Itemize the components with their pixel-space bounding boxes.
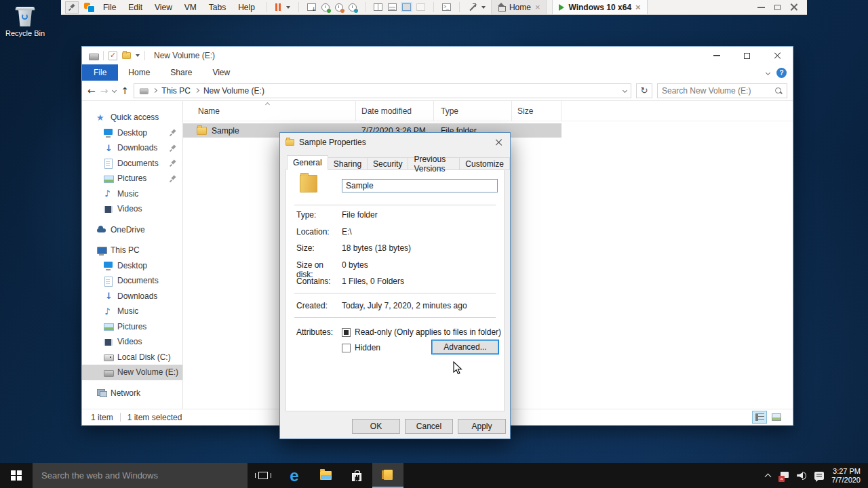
- explorer-search-input[interactable]: [662, 86, 774, 96]
- fit-guest-icon[interactable]: [468, 3, 476, 12]
- back-icon[interactable]: ←: [87, 86, 96, 96]
- tab-general[interactable]: General: [287, 155, 328, 170]
- sidebar-item-downloads[interactable]: Downloads: [82, 140, 182, 156]
- ribbon-tab-share[interactable]: Share: [160, 64, 202, 81]
- manage-snapshots-icon[interactable]: [349, 3, 357, 12]
- sidebar-item-pc-pictures[interactable]: Pictures: [82, 319, 182, 335]
- address-dropdown-icon[interactable]: [623, 88, 627, 93]
- menu-tabs[interactable]: Tabs: [205, 3, 229, 12]
- up-icon[interactable]: ↑: [121, 86, 129, 96]
- explorer-close-button[interactable]: [762, 47, 793, 64]
- vm-tab-windows10[interactable]: Windows 10 x64 ×: [552, 0, 647, 14]
- sidebar-item-pc-documents[interactable]: Documents: [82, 273, 182, 289]
- close-tab-icon[interactable]: ×: [535, 3, 540, 12]
- search-icon[interactable]: [774, 87, 783, 95]
- breadcrumb[interactable]: This PC New Volume (E:): [134, 83, 631, 98]
- store-button[interactable]: [341, 463, 372, 488]
- tab-security[interactable]: Security: [368, 157, 408, 170]
- tab-previous-versions[interactable]: Previous Versions: [408, 157, 460, 170]
- column-header-date-modified[interactable]: Date modified: [356, 101, 434, 121]
- ctrl-alt-del-icon[interactable]: [307, 3, 316, 11]
- explorer-minimize-button[interactable]: [701, 47, 732, 64]
- vmware-restore-button[interactable]: [774, 5, 781, 10]
- console-view-icon[interactable]: [442, 3, 451, 11]
- vmware-close-button[interactable]: [790, 3, 797, 11]
- column-header-name[interactable]: Name: [183, 101, 356, 121]
- vm-tab-home[interactable]: Home ×: [491, 0, 547, 14]
- menu-help[interactable]: Help: [235, 3, 258, 12]
- hidden-checkbox[interactable]: [342, 344, 351, 352]
- readonly-checkbox[interactable]: [342, 328, 351, 337]
- sidebar-item-this-pc[interactable]: This PC: [82, 243, 182, 258]
- menu-view[interactable]: View: [151, 3, 176, 12]
- menu-file[interactable]: File: [100, 3, 119, 12]
- sidebar-item-onedrive[interactable]: OneDrive: [82, 222, 182, 238]
- suspend-dropdown-icon[interactable]: [286, 6, 290, 9]
- volume-button[interactable]: [793, 463, 810, 488]
- sidebar-item-pc-desktop[interactable]: Desktop: [82, 258, 182, 274]
- ribbon-tab-file[interactable]: File: [82, 64, 118, 81]
- breadcrumb-chevron-icon[interactable]: [153, 88, 157, 93]
- fullscreen-icon[interactable]: [402, 3, 411, 11]
- sidebar-item-documents[interactable]: Documents: [82, 156, 182, 171]
- breadcrumb-this-pc[interactable]: This PC: [161, 86, 191, 96]
- sidebar-item-network[interactable]: Network: [82, 386, 182, 401]
- edge-button[interactable]: e: [279, 463, 310, 488]
- tab-customize[interactable]: Customize: [460, 157, 510, 170]
- sidebar-item-local-disk-c[interactable]: Local Disk (C:): [82, 350, 182, 365]
- menu-vm[interactable]: VM: [181, 3, 200, 12]
- quick-access-new-folder-icon[interactable]: [122, 52, 131, 59]
- recent-locations-icon[interactable]: [112, 88, 117, 93]
- revert-snapshot-icon[interactable]: [335, 3, 343, 12]
- taskbar-search-input[interactable]: [41, 470, 248, 481]
- column-header-type[interactable]: Type: [434, 101, 512, 121]
- sidebar-item-desktop[interactable]: Desktop: [82, 125, 182, 141]
- close-tab-icon[interactable]: ×: [635, 3, 641, 12]
- action-center-button[interactable]: [810, 463, 827, 488]
- refresh-button[interactable]: ↻: [636, 83, 652, 98]
- explorer-search-box[interactable]: [657, 83, 787, 98]
- suspend-vm-icon[interactable]: [275, 3, 281, 11]
- advanced-button[interactable]: Advanced...: [431, 340, 499, 354]
- file-explorer-button[interactable]: [310, 463, 341, 488]
- sidebar-item-pc-videos[interactable]: Videos: [82, 334, 182, 350]
- vmware-minimize-button[interactable]: [757, 7, 765, 8]
- recycle-bin-shortcut[interactable]: Recycle Bin: [4, 4, 46, 37]
- quick-access-properties-icon[interactable]: [108, 52, 117, 60]
- menu-edit[interactable]: Edit: [125, 3, 146, 12]
- breadcrumb-new-volume[interactable]: New Volume (E:): [203, 86, 264, 96]
- column-header-size[interactable]: Size: [512, 101, 561, 121]
- customize-toolbar-icon[interactable]: [136, 54, 140, 57]
- details-view-button[interactable]: [752, 411, 767, 424]
- ribbon-tab-view[interactable]: View: [202, 64, 240, 81]
- tab-sharing[interactable]: Sharing: [328, 157, 368, 170]
- sidebar-item-pc-downloads[interactable]: Downloads: [82, 289, 182, 304]
- sidebar-item-music[interactable]: Music: [82, 186, 182, 202]
- taskbar-search-box[interactable]: [33, 463, 248, 488]
- folder-name-field[interactable]: [342, 179, 498, 192]
- sidebar-item-quick-access[interactable]: Quick access: [82, 110, 182, 125]
- dialog-close-button[interactable]: [487, 133, 510, 152]
- fit-dropdown-icon[interactable]: [481, 6, 486, 9]
- help-icon[interactable]: ?: [776, 68, 787, 78]
- taskbar-clock[interactable]: 3:27 PM 7/7/2020: [827, 467, 868, 485]
- task-view-button[interactable]: [248, 463, 279, 488]
- tray-overflow-button[interactable]: [760, 463, 776, 488]
- show-library-icon[interactable]: [374, 3, 382, 11]
- sidebar-item-new-volume-e[interactable]: New Volume (E:): [82, 365, 182, 380]
- toolbar-pin-button[interactable]: [65, 1, 79, 14]
- sidebar-item-pc-music[interactable]: Music: [82, 304, 182, 319]
- breadcrumb-chevron-icon[interactable]: [195, 88, 199, 93]
- sidebar-item-videos[interactable]: Videos: [82, 201, 182, 217]
- network-status-button[interactable]: [776, 463, 793, 488]
- show-thumbnails-icon[interactable]: [388, 3, 397, 11]
- apply-button[interactable]: Apply: [458, 419, 506, 434]
- take-snapshot-icon[interactable]: [321, 3, 330, 12]
- ribbon-collapse-icon[interactable]: [766, 70, 770, 75]
- start-button[interactable]: [0, 463, 33, 488]
- explorer-maximize-button[interactable]: [732, 47, 762, 64]
- thumbnails-view-button[interactable]: [769, 411, 784, 424]
- sidebar-item-pictures[interactable]: Pictures: [82, 171, 182, 186]
- ok-button[interactable]: OK: [352, 419, 400, 434]
- cancel-button[interactable]: Cancel: [405, 419, 453, 434]
